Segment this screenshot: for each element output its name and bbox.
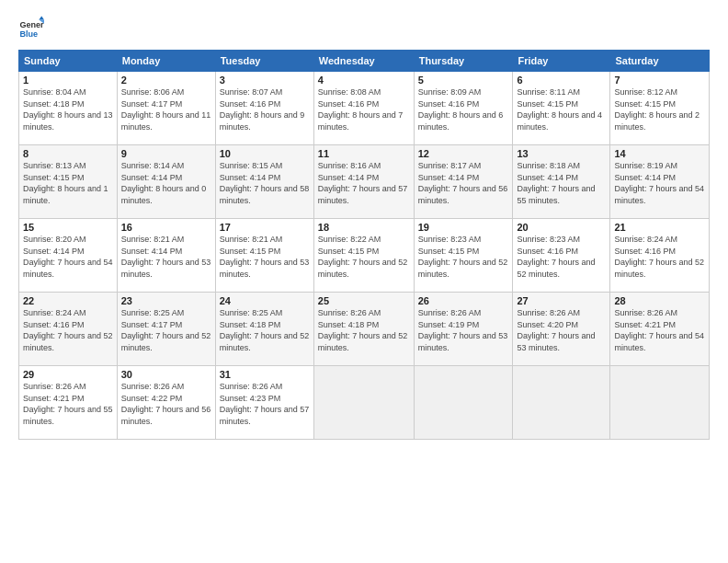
day-cell: 28 Sunrise: 8:26 AMSunset: 4:21 PMDaylig… <box>610 293 710 366</box>
header: General Blue <box>18 15 710 40</box>
day-info: Sunrise: 8:09 AMSunset: 4:16 PMDaylight:… <box>418 87 504 132</box>
day-info: Sunrise: 8:12 AMSunset: 4:15 PMDaylight:… <box>614 87 700 132</box>
day-number: 5 <box>418 75 509 86</box>
day-info: Sunrise: 8:26 AMSunset: 4:21 PMDaylight:… <box>614 308 704 352</box>
day-info: Sunrise: 8:24 AMSunset: 4:16 PMDaylight:… <box>614 235 704 279</box>
day-number: 30 <box>121 369 211 380</box>
day-number: 21 <box>614 222 705 233</box>
day-info: Sunrise: 8:07 AMSunset: 4:16 PMDaylight:… <box>220 87 305 132</box>
day-number: 17 <box>220 222 310 233</box>
day-info: Sunrise: 8:20 AMSunset: 4:14 PMDaylight:… <box>23 235 113 279</box>
day-number: 23 <box>121 295 211 306</box>
week-row-1: 1 Sunrise: 8:04 AMSunset: 4:18 PMDayligh… <box>19 72 710 145</box>
day-number: 2 <box>121 75 211 86</box>
day-info: Sunrise: 8:25 AMSunset: 4:18 PMDaylight:… <box>220 308 310 352</box>
day-cell: 17 Sunrise: 8:21 AMSunset: 4:15 PMDaylig… <box>215 219 313 293</box>
day-info: Sunrise: 8:08 AMSunset: 4:16 PMDaylight:… <box>318 87 404 132</box>
svg-text:General: General <box>19 20 44 29</box>
day-info: Sunrise: 8:17 AMSunset: 4:14 PMDaylight:… <box>418 161 508 205</box>
day-info: Sunrise: 8:14 AMSunset: 4:14 PMDaylight:… <box>121 161 207 205</box>
day-info: Sunrise: 8:19 AMSunset: 4:14 PMDaylight:… <box>614 161 704 205</box>
day-cell: 12 Sunrise: 8:17 AMSunset: 4:14 PMDaylig… <box>414 145 513 219</box>
day-cell: 10 Sunrise: 8:15 AMSunset: 4:14 PMDaylig… <box>215 145 313 219</box>
day-cell: 8 Sunrise: 8:13 AMSunset: 4:15 PMDayligh… <box>19 145 118 219</box>
day-number: 28 <box>614 295 705 306</box>
day-info: Sunrise: 8:13 AMSunset: 4:15 PMDaylight:… <box>23 161 108 205</box>
day-info: Sunrise: 8:15 AMSunset: 4:14 PMDaylight:… <box>220 161 310 205</box>
day-info: Sunrise: 8:24 AMSunset: 4:16 PMDaylight:… <box>23 308 113 352</box>
header-saturday: Saturday <box>610 51 710 72</box>
calendar-header: SundayMondayTuesdayWednesdayThursdayFrid… <box>19 51 710 72</box>
day-info: Sunrise: 8:26 AMSunset: 4:22 PMDaylight:… <box>121 382 211 426</box>
day-number: 11 <box>318 148 410 159</box>
header-wednesday: Wednesday <box>313 51 414 72</box>
day-cell: 29 Sunrise: 8:26 AMSunset: 4:21 PMDaylig… <box>19 366 118 440</box>
day-number: 10 <box>220 148 310 159</box>
header-friday: Friday <box>513 51 610 72</box>
logo: General Blue <box>18 15 44 40</box>
day-info: Sunrise: 8:26 AMSunset: 4:23 PMDaylight:… <box>220 382 310 426</box>
day-cell: 21 Sunrise: 8:24 AMSunset: 4:16 PMDaylig… <box>610 219 710 293</box>
day-number: 15 <box>23 222 113 233</box>
day-number: 7 <box>614 75 705 86</box>
day-info: Sunrise: 8:26 AMSunset: 4:20 PMDaylight:… <box>517 308 595 352</box>
week-row-3: 15 Sunrise: 8:20 AMSunset: 4:14 PMDaylig… <box>19 219 710 293</box>
day-number: 1 <box>23 75 113 86</box>
day-cell: 11 Sunrise: 8:16 AMSunset: 4:14 PMDaylig… <box>313 145 414 219</box>
day-info: Sunrise: 8:06 AMSunset: 4:17 PMDaylight:… <box>121 87 211 132</box>
day-number: 24 <box>220 295 310 306</box>
day-cell: 3 Sunrise: 8:07 AMSunset: 4:16 PMDayligh… <box>215 72 313 145</box>
day-info: Sunrise: 8:23 AMSunset: 4:16 PMDaylight:… <box>517 235 595 279</box>
day-cell: 9 Sunrise: 8:14 AMSunset: 4:14 PMDayligh… <box>117 145 215 219</box>
day-info: Sunrise: 8:22 AMSunset: 4:15 PMDaylight:… <box>318 235 408 279</box>
header-row: SundayMondayTuesdayWednesdayThursdayFrid… <box>19 51 710 72</box>
day-cell: 24 Sunrise: 8:25 AMSunset: 4:18 PMDaylig… <box>215 293 313 366</box>
day-number: 20 <box>517 222 606 233</box>
day-info: Sunrise: 8:26 AMSunset: 4:18 PMDaylight:… <box>318 308 408 352</box>
week-row-4: 22 Sunrise: 8:24 AMSunset: 4:16 PMDaylig… <box>19 293 710 366</box>
day-info: Sunrise: 8:04 AMSunset: 4:18 PMDaylight:… <box>23 87 113 132</box>
day-info: Sunrise: 8:26 AMSunset: 4:21 PMDaylight:… <box>23 382 113 426</box>
logo-icon: General Blue <box>18 15 44 40</box>
day-cell: 26 Sunrise: 8:26 AMSunset: 4:19 PMDaylig… <box>414 293 513 366</box>
day-number: 16 <box>121 222 211 233</box>
calendar-table: SundayMondayTuesdayWednesdayThursdayFrid… <box>18 50 710 440</box>
day-number: 29 <box>23 369 113 380</box>
day-number: 3 <box>220 75 310 86</box>
day-cell <box>513 366 610 440</box>
day-cell: 14 Sunrise: 8:19 AMSunset: 4:14 PMDaylig… <box>610 145 710 219</box>
day-info: Sunrise: 8:18 AMSunset: 4:14 PMDaylight:… <box>517 161 595 205</box>
day-cell: 31 Sunrise: 8:26 AMSunset: 4:23 PMDaylig… <box>215 366 313 440</box>
day-cell: 22 Sunrise: 8:24 AMSunset: 4:16 PMDaylig… <box>19 293 118 366</box>
day-cell: 18 Sunrise: 8:22 AMSunset: 4:15 PMDaylig… <box>313 219 414 293</box>
header-monday: Monday <box>117 51 215 72</box>
day-cell: 15 Sunrise: 8:20 AMSunset: 4:14 PMDaylig… <box>19 219 118 293</box>
svg-marker-2 <box>39 16 44 19</box>
day-number: 26 <box>418 295 509 306</box>
header-sunday: Sunday <box>19 51 118 72</box>
day-cell: 7 Sunrise: 8:12 AMSunset: 4:15 PMDayligh… <box>610 72 710 145</box>
day-number: 31 <box>220 369 310 380</box>
day-cell: 30 Sunrise: 8:26 AMSunset: 4:22 PMDaylig… <box>117 366 215 440</box>
day-info: Sunrise: 8:25 AMSunset: 4:17 PMDaylight:… <box>121 308 211 352</box>
day-number: 6 <box>517 75 606 86</box>
day-number: 18 <box>318 222 410 233</box>
day-number: 13 <box>517 148 606 159</box>
day-cell: 27 Sunrise: 8:26 AMSunset: 4:20 PMDaylig… <box>513 293 610 366</box>
day-cell <box>414 366 513 440</box>
day-info: Sunrise: 8:21 AMSunset: 4:15 PMDaylight:… <box>220 235 310 279</box>
day-cell: 4 Sunrise: 8:08 AMSunset: 4:16 PMDayligh… <box>313 72 414 145</box>
day-info: Sunrise: 8:26 AMSunset: 4:19 PMDaylight:… <box>418 308 508 352</box>
day-number: 19 <box>418 222 509 233</box>
day-number: 25 <box>318 295 410 306</box>
day-info: Sunrise: 8:21 AMSunset: 4:14 PMDaylight:… <box>121 235 211 279</box>
day-cell: 23 Sunrise: 8:25 AMSunset: 4:17 PMDaylig… <box>117 293 215 366</box>
day-cell: 1 Sunrise: 8:04 AMSunset: 4:18 PMDayligh… <box>19 72 118 145</box>
calendar-body: 1 Sunrise: 8:04 AMSunset: 4:18 PMDayligh… <box>19 72 710 440</box>
day-cell: 13 Sunrise: 8:18 AMSunset: 4:14 PMDaylig… <box>513 145 610 219</box>
day-cell: 19 Sunrise: 8:23 AMSunset: 4:15 PMDaylig… <box>414 219 513 293</box>
day-info: Sunrise: 8:11 AMSunset: 4:15 PMDaylight:… <box>517 87 602 132</box>
day-number: 14 <box>614 148 705 159</box>
header-tuesday: Tuesday <box>215 51 313 72</box>
day-cell: 20 Sunrise: 8:23 AMSunset: 4:16 PMDaylig… <box>513 219 610 293</box>
